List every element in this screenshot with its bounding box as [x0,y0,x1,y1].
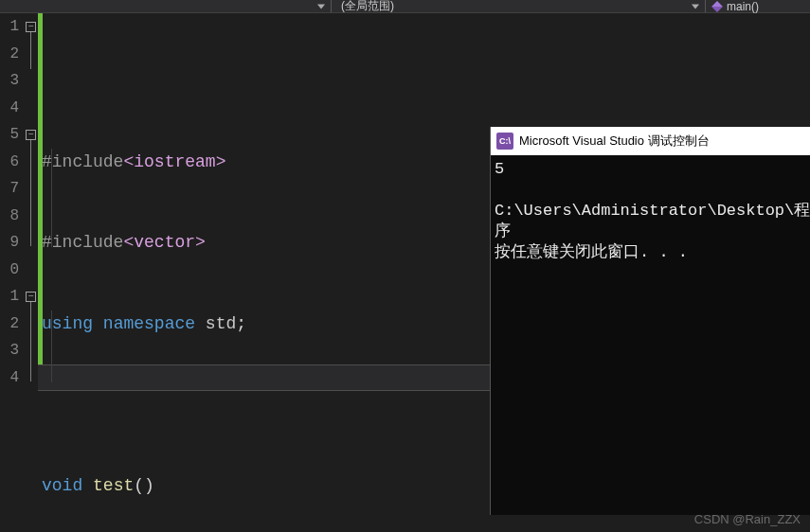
fold-box-icon[interactable] [26,22,36,32]
line-number: 1 [0,283,19,310]
line-number: 3 [0,67,19,95]
fold-guide [30,302,31,381]
code-line: #include<vector> [38,229,810,257]
scope-label: (全局范围) [341,0,394,14]
line-number: 2 [0,41,19,68]
code-line: using namespace std; [38,310,810,338]
line-number: 7 [0,175,19,203]
line-number: 9 [0,229,19,257]
fold-guide [30,32,31,69]
navigation-bar: (全局范围) main() [0,0,810,13]
watermark: CSDN @Rain_ZZX [694,512,801,526]
outlining-margin [25,13,38,532]
line-number: 4 [0,95,19,122]
line-number: 5 [0,121,19,149]
method-icon [711,1,723,12]
code-line: #include<iostream> [38,149,810,176]
function-label: main() [727,0,759,13]
scope-dropdown-mid[interactable]: (全局范围) [332,0,706,12]
fold-guide [30,140,31,246]
fold-box-icon[interactable] [26,130,36,140]
line-number: 6 [0,149,19,176]
line-number: 4 [0,364,19,392]
line-number: 2 [0,310,19,338]
fold-box-icon[interactable] [26,292,36,302]
line-number: 3 [0,337,19,364]
line-number-gutter: 1 2 3 4 5 6 7 8 9 0 1 2 3 4 [0,13,25,532]
line-number: 0 [0,257,19,284]
line-number: 8 [0,203,19,230]
console-title: Microsoft Visual Studio 调试控制台 [519,133,710,150]
chevron-down-icon [317,4,325,9]
code-line: void test() [38,472,810,500]
function-dropdown[interactable]: main() [706,0,810,12]
line-number: 1 [0,13,19,41]
scope-dropdown-left[interactable] [0,0,332,12]
visual-studio-icon: C:\ [496,133,513,150]
chevron-down-icon [692,4,699,9]
